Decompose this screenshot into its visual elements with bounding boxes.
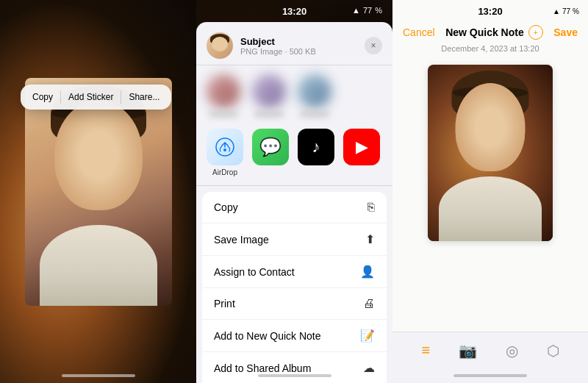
context-menu-copy[interactable]: Copy — [28, 89, 57, 105]
panel3-wifi-icon: ▲ — [553, 7, 560, 15]
battery-fill-icon: % — [375, 6, 382, 15]
battery-icon: 77 — [363, 6, 372, 15]
svg-point-1 — [223, 148, 226, 151]
panel3-home-bar — [392, 368, 588, 383]
note-portrait-image — [428, 65, 553, 241]
body-detail — [40, 225, 157, 306]
action-shared-album-label: Add to Shared Album — [214, 362, 311, 374]
note-date: December 4, 2023 at 13:20 — [392, 44, 588, 59]
messages-icon: 💬 — [252, 129, 289, 165]
np-face — [456, 83, 526, 171]
contact-label-1 — [209, 111, 238, 117]
share-sheet-home-bar — [258, 374, 331, 377]
panel2-status-bar: 13:20 ▲ 77 % — [196, 6, 392, 17]
panel3-time: 13:20 — [478, 6, 502, 17]
contact-avatar-1 — [207, 74, 240, 108]
shared-album-icon: ☁ — [363, 361, 375, 375]
camera-toolbar-icon[interactable]: 📷 — [459, 342, 477, 359]
external-link-icon[interactable]: ⬡ — [547, 342, 559, 359]
share-sheet: Subject PNG Image · 500 KB × — [196, 22, 392, 383]
panel1-background — [0, 0, 196, 383]
panel3-battery-text: 77 — [562, 7, 570, 15]
tiktok-app[interactable]: ♪ — [298, 129, 334, 176]
panel2-status-icons: ▲ 77 % — [352, 6, 382, 15]
action-sections: Copy ⎘ Save Image ⬆ Assign to Contact 👤 … — [196, 186, 392, 383]
youtube-app[interactable]: ▶ — [343, 129, 380, 176]
share-close-button[interactable]: × — [365, 37, 382, 54]
action-quick-note-label: Add to New Quick Note — [214, 330, 321, 342]
cancel-button[interactable]: Cancel — [403, 26, 435, 38]
action-assign-contact[interactable]: Assign to Contact 👤 — [202, 256, 387, 288]
note-title: New Quick Note — [445, 26, 524, 38]
home-bar — [62, 374, 135, 377]
face-detail — [54, 100, 143, 210]
checklist-icon[interactable]: ≡ — [421, 342, 430, 359]
avatar-face — [212, 37, 228, 51]
share-subtitle: PNG Image · 500 KB — [240, 47, 357, 56]
tiktok-icon: ♪ — [298, 129, 334, 165]
np-body — [439, 176, 542, 241]
action-shared-album[interactable]: Add to Shared Album ☁ — [202, 352, 387, 383]
contact-label-2 — [254, 111, 284, 117]
wifi-icon: ▲ — [352, 6, 360, 15]
contact-avatar-3 — [298, 74, 331, 108]
contacts-row — [196, 65, 392, 126]
compass-icon[interactable]: ◎ — [506, 342, 518, 359]
share-avatar — [207, 32, 233, 59]
copy-icon: ⎘ — [368, 201, 375, 214]
panel3-status-bar: 13:20 ▲ 77 % — [392, 0, 588, 22]
quick-note-circle-icon: + — [528, 25, 543, 40]
save-button[interactable]: Save — [553, 26, 578, 38]
note-nav-bar: Cancel New Quick Note + Save — [392, 22, 588, 44]
action-save-image[interactable]: Save Image ⬆ — [202, 223, 387, 256]
note-title-area: New Quick Note + — [445, 25, 543, 40]
contact-avatar-2 — [252, 74, 286, 108]
action-save-label: Save Image — [214, 234, 269, 246]
airdrop-icon — [207, 129, 243, 165]
apps-row: AirDrop 💬 ♪ ▶ — [196, 126, 392, 186]
panel3-battery-percent: % — [573, 7, 579, 15]
panel2-time: 13:20 — [282, 6, 306, 17]
action-assign-label: Assign to Contact — [214, 266, 295, 278]
quick-note-icon: 📝 — [360, 329, 375, 343]
contact-item-1[interactable] — [207, 74, 240, 117]
context-menu-sticker[interactable]: Add Sticker — [64, 89, 118, 105]
airdrop-app[interactable]: AirDrop — [207, 129, 243, 176]
panel2-share-sheet-container: 13:20 ▲ 77 % Subject PNG Image · 500 KB … — [196, 0, 392, 383]
panel3-quick-note: 13:20 ▲ 77 % Cancel New Quick Note + Sav… — [392, 0, 588, 383]
action-print-label: Print — [214, 298, 235, 309]
separator — [60, 90, 61, 104]
share-title: Subject — [240, 36, 357, 47]
print-icon: 🖨 — [363, 297, 375, 310]
share-sheet-header: Subject PNG Image · 500 KB × — [196, 22, 392, 65]
action-list: Copy ⎘ Save Image ⬆ Assign to Contact 👤 … — [202, 192, 387, 383]
action-print[interactable]: Print 🖨 — [202, 288, 387, 320]
airdrop-label: AirDrop — [212, 168, 237, 176]
portrait-image-panel1 — [25, 78, 172, 306]
context-menu: Copy Add Sticker Share... — [21, 85, 171, 110]
panel3-status-icons: ▲ 77 % — [553, 7, 579, 15]
share-info: Subject PNG Image · 500 KB — [240, 36, 357, 56]
action-copy-label: Copy — [214, 201, 238, 213]
separator2 — [121, 90, 121, 104]
messages-app[interactable]: 💬 — [252, 129, 289, 176]
home-bar3-line — [453, 374, 527, 377]
action-copy[interactable]: Copy ⎘ — [202, 192, 387, 223]
contact-item-3[interactable] — [298, 74, 331, 117]
note-image-area — [392, 59, 588, 332]
context-menu-share[interactable]: Share... — [124, 89, 164, 105]
contact-item-2[interactable] — [252, 74, 286, 117]
panel1-photo-viewer: Copy Add Sticker Share... — [0, 0, 196, 383]
assign-icon: 👤 — [360, 265, 375, 279]
contact-label-3 — [300, 111, 329, 117]
save-image-icon: ⬆ — [365, 232, 375, 246]
action-quick-note[interactable]: Add to New Quick Note 📝 — [202, 320, 387, 352]
youtube-icon: ▶ — [343, 129, 380, 165]
note-toolbar: ≡ 📷 ◎ ⬡ — [392, 332, 588, 368]
